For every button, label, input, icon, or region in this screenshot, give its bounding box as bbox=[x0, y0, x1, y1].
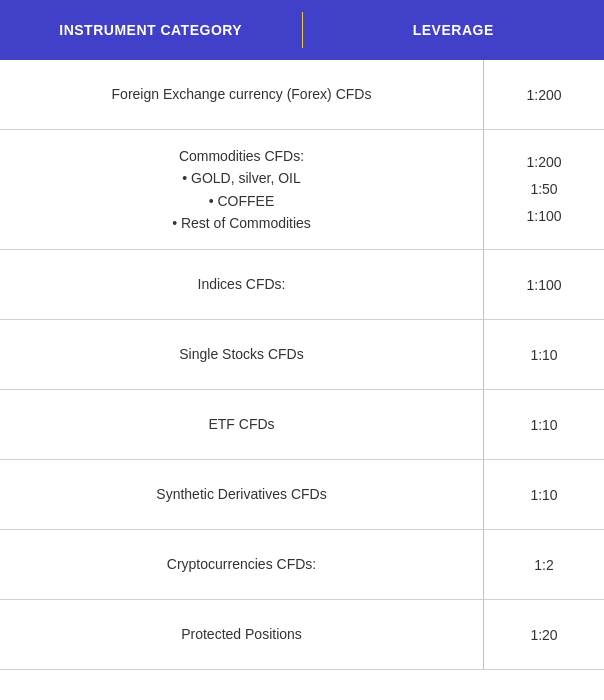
leverage-synthetic: 1:10 bbox=[484, 473, 604, 517]
row-forex: Foreign Exchange currency (Forex) CFDs 1… bbox=[0, 60, 604, 130]
category-commodities: Commodities CFDs: • GOLD, silver, OIL • … bbox=[0, 131, 483, 249]
row-etf: ETF CFDs 1:10 bbox=[0, 390, 604, 460]
row-single-stocks: Single Stocks CFDs 1:10 bbox=[0, 320, 604, 390]
row-crypto: Cryptocurrencies CFDs: 1:2 bbox=[0, 530, 604, 600]
category-indices: Indices CFDs: bbox=[0, 259, 483, 309]
header-leverage: LEVERAGE bbox=[303, 22, 605, 38]
category-synthetic: Synthetic Derivatives CFDs bbox=[0, 469, 483, 519]
commodities-line-0: Commodities CFDs: bbox=[179, 148, 304, 164]
row-commodities: Commodities CFDs: • GOLD, silver, OIL • … bbox=[0, 130, 604, 250]
commodities-line-3: • Rest of Commodities bbox=[172, 215, 311, 231]
leverage-indices: 1:100 bbox=[484, 263, 604, 307]
leverage-forex: 1:200 bbox=[484, 73, 604, 117]
leverage-commodities-multi: 1:200 1:50 1:100 bbox=[494, 150, 594, 230]
category-forex: Foreign Exchange currency (Forex) CFDs bbox=[0, 69, 483, 119]
leverage-single-stocks: 1:10 bbox=[484, 333, 604, 377]
category-crypto: Cryptocurrencies CFDs: bbox=[0, 539, 483, 589]
leverage-commodities-2: 1:100 bbox=[526, 204, 561, 229]
leverage-etf: 1:10 bbox=[484, 403, 604, 447]
leverage-header-label: LEVERAGE bbox=[413, 22, 494, 38]
leverage-commodities-0: 1:200 bbox=[526, 150, 561, 175]
leverage-crypto: 1:2 bbox=[484, 543, 604, 587]
table-header: INSTRUMENT CATEGORY LEVERAGE bbox=[0, 0, 604, 60]
commodities-line-2: • COFFEE bbox=[209, 193, 275, 209]
row-protected: Protected Positions 1:20 bbox=[0, 600, 604, 670]
leverage-table: INSTRUMENT CATEGORY LEVERAGE Foreign Exc… bbox=[0, 0, 604, 670]
category-header-label: INSTRUMENT CATEGORY bbox=[59, 22, 242, 38]
row-synthetic: Synthetic Derivatives CFDs 1:10 bbox=[0, 460, 604, 530]
leverage-protected: 1:20 bbox=[484, 613, 604, 657]
leverage-commodities-1: 1:50 bbox=[530, 177, 557, 202]
header-category: INSTRUMENT CATEGORY bbox=[0, 22, 302, 38]
category-etf: ETF CFDs bbox=[0, 399, 483, 449]
category-protected: Protected Positions bbox=[0, 609, 483, 659]
leverage-commodities: 1:200 1:50 1:100 bbox=[484, 136, 604, 244]
category-single-stocks: Single Stocks CFDs bbox=[0, 329, 483, 379]
row-indices: Indices CFDs: 1:100 bbox=[0, 250, 604, 320]
commodities-line-1: • GOLD, silver, OIL bbox=[182, 170, 301, 186]
